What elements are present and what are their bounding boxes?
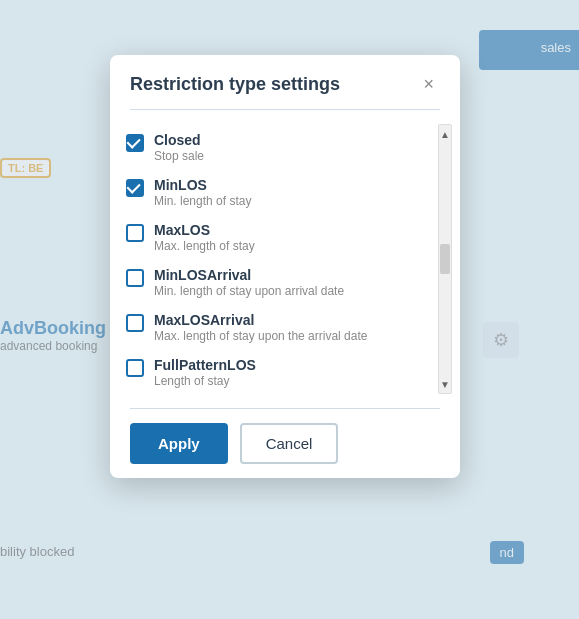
item-name-maxlosarrival: MaxLOSArrival — [154, 312, 410, 328]
scrollbar-down-arrow[interactable]: ▼ — [439, 377, 451, 391]
modal-title: Restriction type settings — [130, 74, 340, 95]
item-desc-closed: Stop sale — [154, 149, 410, 163]
modal-close-button[interactable]: × — [417, 73, 440, 95]
list-item-minlos: MinLOSMin. length of stay — [110, 169, 430, 214]
item-desc-minlosarrival: Min. length of stay upon arrival date — [154, 284, 410, 298]
item-name-maxlos: MaxLOS — [154, 222, 410, 238]
item-desc-maxlosarrival: Max. length of stay upon the arrival dat… — [154, 329, 410, 343]
checkbox-fullpatternlos[interactable] — [126, 359, 144, 377]
checkbox-closed[interactable] — [126, 134, 144, 152]
checkbox-minlosarrival[interactable] — [126, 269, 144, 287]
item-name-closed: Closed — [154, 132, 410, 148]
checkbox-maxlos[interactable] — [126, 224, 144, 242]
item-name-fullpatternlos: FullPatternLOS — [154, 357, 410, 373]
scrollbar-thumb[interactable] — [440, 244, 450, 274]
restriction-items-list: ClosedStop saleMinLOSMin. length of stay… — [110, 120, 430, 398]
checkbox-minlos[interactable] — [126, 179, 144, 197]
checkbox-wrap-maxlos — [126, 224, 144, 242]
list-item-fullpatternlos: FullPatternLOSLength of stay — [110, 349, 430, 394]
checkbox-wrap-minlos — [126, 179, 144, 197]
list-item-minlosarrival: MinLOSArrivalMin. length of stay upon ar… — [110, 259, 430, 304]
item-desc-fullpatternlos: Length of stay — [154, 374, 410, 388]
list-item-closed: ClosedStop sale — [110, 124, 430, 169]
checkbox-wrap-fullpatternlos — [126, 359, 144, 377]
scrollbar-up-arrow[interactable]: ▲ — [439, 127, 451, 141]
item-name-minlos: MinLOS — [154, 177, 410, 193]
list-item-maxlosarrival: MaxLOSArrivalMax. length of stay upon th… — [110, 304, 430, 349]
checkbox-wrap-closed — [126, 134, 144, 152]
item-text-closed: ClosedStop sale — [154, 132, 410, 163]
modal-body: ClosedStop saleMinLOSMin. length of stay… — [110, 110, 460, 408]
item-desc-maxlos: Max. length of stay — [154, 239, 410, 253]
checkbox-wrap-minlosarrival — [126, 269, 144, 287]
restriction-type-settings-modal: Restriction type settings × ClosedStop s… — [110, 55, 460, 478]
item-name-minlosarrival: MinLOSArrival — [154, 267, 410, 283]
item-text-minlosarrival: MinLOSArrivalMin. length of stay upon ar… — [154, 267, 410, 298]
list-item-maxlos: MaxLOSMax. length of stay — [110, 214, 430, 259]
item-text-maxlosarrival: MaxLOSArrivalMax. length of stay upon th… — [154, 312, 410, 343]
modal-footer: Apply Cancel — [110, 409, 460, 478]
cancel-button[interactable]: Cancel — [240, 423, 339, 464]
scrollbar-track[interactable]: ▲ ▼ — [438, 124, 452, 394]
item-text-fullpatternlos: FullPatternLOSLength of stay — [154, 357, 410, 388]
item-desc-minlos: Min. length of stay — [154, 194, 410, 208]
item-text-maxlos: MaxLOSMax. length of stay — [154, 222, 410, 253]
apply-button[interactable]: Apply — [130, 423, 228, 464]
checkbox-maxlosarrival[interactable] — [126, 314, 144, 332]
checkbox-wrap-maxlosarrival — [126, 314, 144, 332]
modal-header: Restriction type settings × — [110, 55, 460, 109]
item-text-minlos: MinLOSMin. length of stay — [154, 177, 410, 208]
